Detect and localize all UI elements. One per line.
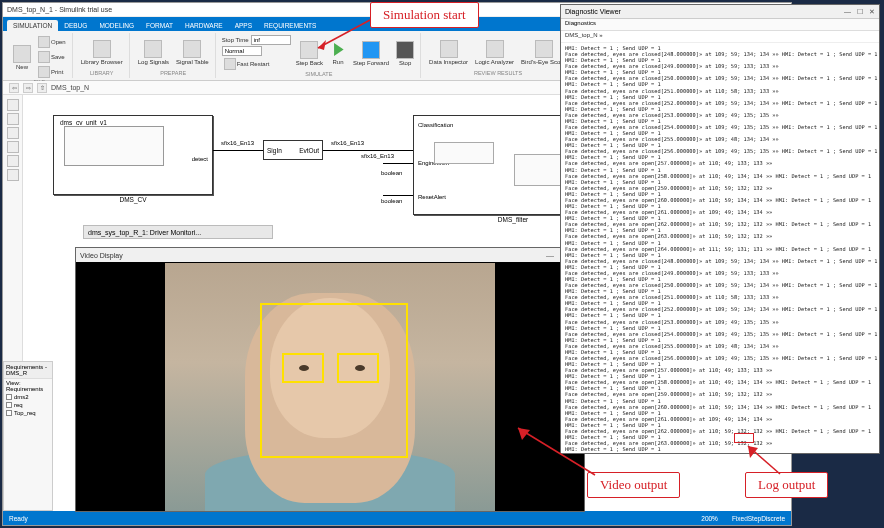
nav-fwd-button[interactable]: ⇨ <box>23 83 33 93</box>
dms-cv-port-detect: detect <box>192 156 208 162</box>
sig-label-sfix-1: sfix16_En13 <box>221 140 254 146</box>
tab-debug[interactable]: DEBUG <box>58 20 93 31</box>
tab-apps[interactable]: APPS <box>229 20 258 31</box>
tab-simulation[interactable]: SIMULATION <box>7 20 58 31</box>
status-solver: FixedStepDiscrete <box>732 515 785 522</box>
annotation-sim-start: Simulation start <box>370 2 479 28</box>
filter-port-reset: ResetAlert <box>418 194 446 200</box>
eye-detection-rect-right <box>337 353 379 383</box>
status-zoom[interactable]: 200% <box>701 515 718 522</box>
signal-table-button[interactable]: Signal Table <box>174 39 211 66</box>
stop-time-input[interactable] <box>251 35 291 45</box>
palette-tool-6[interactable] <box>7 169 19 181</box>
requirements-panel: Requirements - DMS_R View: Requirements … <box>3 361 53 511</box>
step-back-button[interactable]: Step Back <box>294 40 325 67</box>
group-review-label: REVIEW RESULTS <box>474 70 522 76</box>
palette-tool-4[interactable] <box>7 141 19 153</box>
video-minimize-button[interactable]: — <box>546 251 554 260</box>
sim-mode-select[interactable] <box>222 46 262 56</box>
library-browser-button[interactable]: Library Browser <box>79 39 125 66</box>
filter-inner-1 <box>434 142 494 164</box>
group-simulate-label: SIMULATE <box>305 71 332 77</box>
eye-detection-rect-left <box>282 353 324 383</box>
signal-line-1[interactable] <box>213 150 263 151</box>
diag-titlebar[interactable]: Diagnostic Viewer — ☐ ✕ <box>561 5 879 19</box>
open-button[interactable]: Open <box>36 35 68 49</box>
group-prepare-label: PREPARE <box>160 70 186 76</box>
log-highlight-box <box>734 433 754 443</box>
annotation-log-out: Log output <box>745 472 828 498</box>
req-item-2[interactable]: Top_req <box>4 409 52 417</box>
logic-analyzer-button[interactable]: Logic Analyzer <box>473 39 516 66</box>
diag-minimize-button[interactable]: — <box>844 8 851 16</box>
req-item-0[interactable]: dms2 <box>4 393 52 401</box>
status-ready: Ready <box>9 515 28 522</box>
sig-label-sfix-2: sfix16_En13 <box>331 140 364 146</box>
diag-maximize-button[interactable]: ☐ <box>857 8 863 16</box>
nav-up-button[interactable]: ⇧ <box>37 83 47 93</box>
video-body <box>76 262 584 511</box>
subsystem-tab[interactable]: dms_sys_top_R_1: Driver Monitori... <box>83 225 273 239</box>
run-button[interactable]: Run <box>328 41 348 66</box>
palette-tool-5[interactable] <box>7 155 19 167</box>
signin-in-label: SigIn <box>267 147 282 154</box>
diag-close-button[interactable]: ✕ <box>869 8 875 16</box>
block-signin[interactable]: SigIn EvtOut <box>263 140 323 160</box>
save-button[interactable]: Save <box>36 50 68 64</box>
step-forward-button[interactable]: Step Forward <box>351 40 391 67</box>
sig-label-bool-2: boolean <box>381 198 402 204</box>
window-title: DMS_top_N_1 - Simulink trial use <box>7 6 112 13</box>
breadcrumb-model[interactable]: DMS_top_N <box>51 84 89 91</box>
dms-cv-name: DMS_CV <box>54 196 212 203</box>
tab-hardware[interactable]: HARDWARE <box>179 20 229 31</box>
group-library-label: LIBRARY <box>90 70 113 76</box>
sig-label-sfix-3: sfix16_En13 <box>361 153 394 159</box>
palette-tool-3[interactable] <box>7 127 19 139</box>
stop-button[interactable]: Stop <box>394 40 416 67</box>
tab-format[interactable]: FORMAT <box>140 20 179 31</box>
tab-modeling[interactable]: MODELING <box>93 20 140 31</box>
palette-tool-2[interactable] <box>7 113 19 125</box>
signal-line-3[interactable] <box>383 163 413 164</box>
stop-time-label: Stop Time <box>222 37 249 43</box>
video-title: Video Display <box>80 252 123 259</box>
diag-tab[interactable]: Diagnostics <box>565 20 596 26</box>
signal-line-4[interactable] <box>383 195 413 196</box>
status-bar: Ready 200% FixedStepDiscrete <box>3 511 791 525</box>
dms-cv-subsystem <box>64 126 164 166</box>
block-dms-cv[interactable]: dms_cv_unit_v1 detect DMS_CV <box>53 115 213 195</box>
video-display-window: Video Display — ☐ ✕ <box>75 247 585 512</box>
signin-out-label: EvtOut <box>299 147 319 154</box>
nav-back-button[interactable]: ⇦ <box>9 83 19 93</box>
new-button[interactable]: New <box>11 44 33 71</box>
req-header: Requirements - DMS_R <box>4 362 52 379</box>
diag-title: Diagnostic Viewer <box>565 8 621 15</box>
annotation-video-out: Video output <box>587 472 680 498</box>
signal-line-2[interactable] <box>323 150 413 151</box>
diagnostic-viewer-window: Diagnostic Viewer — ☐ ✕ Diagnostics DMS_… <box>560 4 880 454</box>
diag-breadcrumb[interactable]: DMS_top_N » <box>565 32 603 38</box>
fast-restart-button[interactable]: Fast Restart <box>222 57 291 71</box>
palette-tool-1[interactable] <box>7 99 19 111</box>
filter-port-class: Classification <box>418 122 453 128</box>
sig-label-bool-1: boolean <box>381 170 402 176</box>
tab-requirements[interactable]: REQUIREMENTS <box>258 20 322 31</box>
subsystem-tab-label: dms_sys_top_R_1: Driver Monitori... <box>88 229 201 236</box>
data-inspector-button[interactable]: Data Inspector <box>427 39 470 66</box>
req-view-label: View: Requirements <box>4 379 52 393</box>
diag-log-body[interactable]: HMI: Detect = 1 ; Send UDP = 1Face detec… <box>561 43 879 453</box>
log-signals-button[interactable]: Log Signals <box>136 39 171 66</box>
video-frame <box>165 263 495 511</box>
video-titlebar[interactable]: Video Display — ☐ ✕ <box>76 248 584 262</box>
dms-cv-inner-label: dms_cv_unit_v1 <box>60 119 107 126</box>
req-item-1[interactable]: req <box>4 401 52 409</box>
print-button[interactable]: Print <box>36 65 68 79</box>
